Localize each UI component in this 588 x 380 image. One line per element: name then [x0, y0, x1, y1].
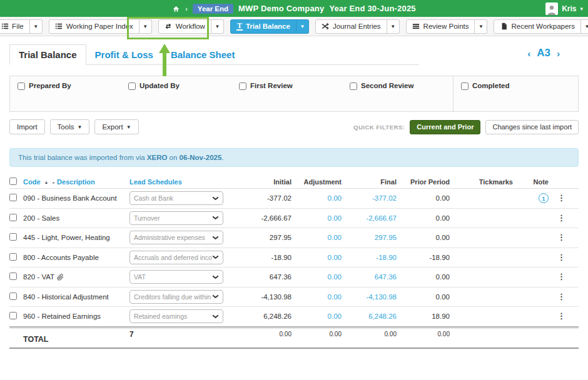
row-checkbox[interactable] [9, 312, 17, 319]
top-navigation-bar: › Year End MWP Demo Company Year End 30-… [0, 0, 588, 17]
completed-checkbox[interactable] [461, 82, 469, 90]
final-value: 647.36 [345, 273, 400, 281]
quick-filter-changes-since-import[interactable]: Changes since last import [485, 120, 579, 134]
trial-balance-button-group: T Trial Balance ▼ [230, 19, 309, 34]
tab-bar: Trial Balance Profit & Loss Balance Shee… [9, 44, 579, 65]
column-header-description[interactable]: Description [57, 178, 95, 186]
import-button[interactable]: Import [9, 119, 45, 134]
tab-trial-balance[interactable]: Trial Balance [9, 44, 86, 65]
row-menu-kebab-icon[interactable]: ⋮ [557, 193, 565, 202]
user-menu[interactable]: Kris ▾ [545, 0, 583, 17]
signoff-filter-panel: Prepared By Updated By First Review Seco… [9, 76, 579, 112]
lead-schedule-select[interactable]: Turnover [129, 211, 223, 225]
file-dropdown-caret[interactable]: ▼ [30, 19, 43, 34]
hamburger-icon [412, 22, 420, 31]
lead-schedule-select[interactable]: VAT [129, 270, 223, 284]
row-menu-kebab-icon[interactable]: ⋮ [557, 232, 565, 242]
adjustment-value[interactable]: 0.00 [295, 293, 345, 301]
row-menu-kebab-icon[interactable]: ⋮ [557, 213, 565, 222]
table-row: 840 - Historical Adjustment Creditors fa… [9, 287, 579, 307]
filter-first-review: First Review [231, 76, 342, 111]
final-value: -4,130.98 [345, 293, 400, 301]
column-header-prior-period: Prior Period [400, 178, 454, 186]
prev-chevron-icon[interactable]: ‹ [527, 48, 530, 59]
quick-filter-current-and-prior[interactable]: Current and Prior [410, 120, 480, 134]
prior-period-value: 0.00 [400, 273, 454, 281]
recent-workpapers-dropdown-caret[interactable]: ▼ [581, 19, 588, 34]
next-chevron-icon[interactable]: › [557, 48, 560, 59]
row-menu-kebab-icon[interactable]: ⋮ [557, 311, 565, 321]
adjustment-value[interactable]: 0.00 [295, 234, 345, 241]
row-menu-kebab-icon[interactable]: ⋮ [557, 272, 565, 281]
journal-entries-button[interactable]: Journal Entries [315, 19, 387, 34]
journal-entries-button-group: Journal Entries ▼ [315, 19, 400, 34]
second-review-checkbox[interactable] [350, 82, 357, 90]
file-button[interactable]: File [0, 19, 30, 34]
row-menu-kebab-icon[interactable]: ⋮ [557, 292, 565, 301]
adjustment-value[interactable]: 0.00 [295, 194, 345, 202]
year-end-badge[interactable]: Year End [193, 4, 233, 14]
lead-schedule-select[interactable]: Creditors falling due within 1 ye [129, 290, 223, 304]
working-paper-index-dropdown-caret[interactable]: ▼ [139, 19, 152, 34]
initial-value: 6,248.26 [239, 312, 295, 320]
working-paper-index-button[interactable]: Working Paper Index [49, 19, 139, 34]
row-checkbox[interactable] [9, 292, 17, 300]
final-value: 297.95 [345, 234, 400, 241]
recent-workpapers-button[interactable]: Recent Workpapers [494, 19, 580, 34]
adjustment-value[interactable]: 0.00 [295, 254, 345, 261]
account-label: 200 - Sales [23, 214, 59, 222]
chevron-down-icon [212, 275, 219, 279]
chevron-down-icon: ▼ [126, 124, 131, 130]
lead-schedule-select[interactable]: Retained earnings [129, 309, 223, 323]
column-header-code[interactable]: Code [23, 178, 41, 186]
workpaper-code[interactable]: A3 [537, 47, 550, 59]
review-points-dropdown-caret[interactable]: ▼ [475, 19, 487, 34]
text-t-icon: T [236, 22, 243, 31]
table-actions-row: Import Tools▼ Export▼ QUICK FILTERS: Cur… [9, 119, 579, 134]
note-badge[interactable]: 1 [539, 193, 549, 203]
trial-balance-page: › Year End MWP Demo Company Year End 30-… [0, 0, 588, 380]
lead-schedule-select[interactable]: Cash at Bank [129, 191, 223, 205]
column-header-lead-schedules[interactable]: Lead Schedules [129, 178, 239, 186]
tab-balance-sheet[interactable]: Balance Sheet [162, 45, 244, 64]
row-checkbox[interactable] [9, 253, 17, 261]
trial-balance-dropdown-caret[interactable]: ▼ [297, 19, 309, 34]
adjustment-value[interactable]: 0.00 [295, 312, 345, 320]
tools-button[interactable]: Tools▼ [50, 119, 90, 134]
lead-schedule-select[interactable]: Accruals and deferred income [129, 251, 223, 264]
home-icon[interactable] [172, 4, 180, 12]
tab-profit-and-loss[interactable]: Profit & Loss [86, 45, 162, 64]
trial-balance-button[interactable]: T Trial Balance [230, 19, 297, 34]
adjustment-value[interactable]: 0.00 [295, 273, 345, 281]
export-button[interactable]: Export▼ [94, 119, 138, 134]
row-menu-kebab-icon[interactable]: ⋮ [557, 252, 565, 262]
select-all-checkbox[interactable] [9, 178, 17, 185]
workpaper-pager: ‹ A3 › [527, 47, 560, 59]
chevron-down-icon [212, 196, 219, 201]
total-count: 7 [129, 330, 134, 339]
prior-period-value: 0.00 [400, 293, 454, 301]
paperclip-icon[interactable] [57, 274, 64, 281]
journal-entries-dropdown-caret[interactable]: ▼ [387, 19, 400, 34]
workflow-button[interactable]: Workflow [158, 19, 211, 34]
first-review-checkbox[interactable] [239, 82, 246, 90]
chevron-down-icon [212, 236, 219, 240]
prepared-by-checkbox[interactable] [18, 82, 25, 90]
breadcrumb-chevron: › [185, 5, 188, 12]
row-checkbox[interactable] [9, 233, 17, 241]
avatar [545, 2, 558, 15]
account-label: 445 - Light, Power, Heating [23, 234, 110, 241]
account-label: 090 - Business Bank Account [23, 194, 117, 202]
lead-schedule-select[interactable]: Administrative expenses [129, 231, 223, 244]
row-checkbox[interactable] [9, 214, 17, 221]
workflow-dropdown-caret[interactable]: ▼ [211, 19, 224, 34]
updated-by-checkbox[interactable] [128, 82, 136, 90]
chevron-down-icon [212, 294, 219, 299]
review-points-button[interactable]: Review Points [406, 19, 475, 34]
row-checkbox[interactable] [9, 272, 17, 280]
import-source: XERO [147, 154, 168, 161]
adjustment-value[interactable]: 0.00 [295, 214, 345, 222]
import-info-banner: This trial balance was imported from via… [9, 148, 579, 167]
row-checkbox[interactable] [9, 194, 17, 201]
account-label: 820 - VAT [23, 273, 54, 281]
